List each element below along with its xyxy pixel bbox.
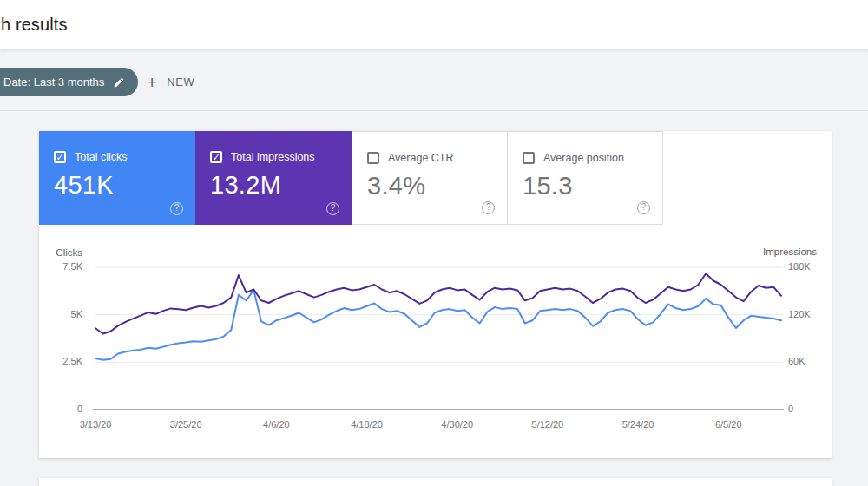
new-filter-button[interactable]: + NEW: [140, 69, 201, 95]
total-impressions-checkbox[interactable]: ✓: [210, 151, 222, 163]
page-title: h results: [1, 15, 68, 35]
total-clicks-value: 451K: [54, 171, 195, 200]
card-label: Total clicks: [75, 151, 127, 163]
new-filter-label: NEW: [167, 76, 194, 89]
card-total-impressions[interactable]: ✓ Total impressions 13.2M ?: [195, 131, 352, 225]
metric-cards-row: ✓ Total clicks 451K ? ✓ Total impression…: [39, 131, 663, 225]
card-total-clicks[interactable]: ✓ Total clicks 451K ?: [39, 131, 195, 225]
plus-icon: +: [147, 73, 157, 91]
card-average-position[interactable]: Average position 15.3 ?: [507, 131, 663, 225]
performance-panel: ✓ Total clicks 451K ? ✓ Total impression…: [39, 131, 832, 458]
card-label: Total impressions: [231, 151, 315, 163]
filter-bar-divider: [0, 110, 868, 111]
average-ctr-value: 3.4%: [367, 172, 507, 200]
app-header: h results: [0, 0, 868, 49]
help-icon[interactable]: ?: [637, 201, 650, 214]
total-impressions-value: 13.2M: [210, 171, 352, 200]
edit-pencil-icon: [113, 76, 125, 89]
help-icon[interactable]: ?: [170, 202, 183, 215]
help-icon[interactable]: ?: [326, 202, 339, 215]
average-position-value: 15.3: [523, 172, 662, 200]
average-position-checkbox[interactable]: [523, 152, 535, 164]
next-section-panel: [39, 478, 832, 486]
date-filter-label: Date: Last 3 months: [3, 76, 104, 89]
date-filter-chip[interactable]: Date: Last 3 months: [0, 68, 138, 96]
total-clicks-checkbox[interactable]: ✓: [54, 151, 66, 163]
card-average-ctr[interactable]: Average CTR 3.4% ?: [352, 131, 508, 225]
card-label: Average CTR: [388, 152, 454, 164]
average-ctr-checkbox[interactable]: [367, 152, 379, 164]
card-label: Average position: [543, 152, 624, 164]
help-icon[interactable]: ?: [482, 201, 495, 214]
